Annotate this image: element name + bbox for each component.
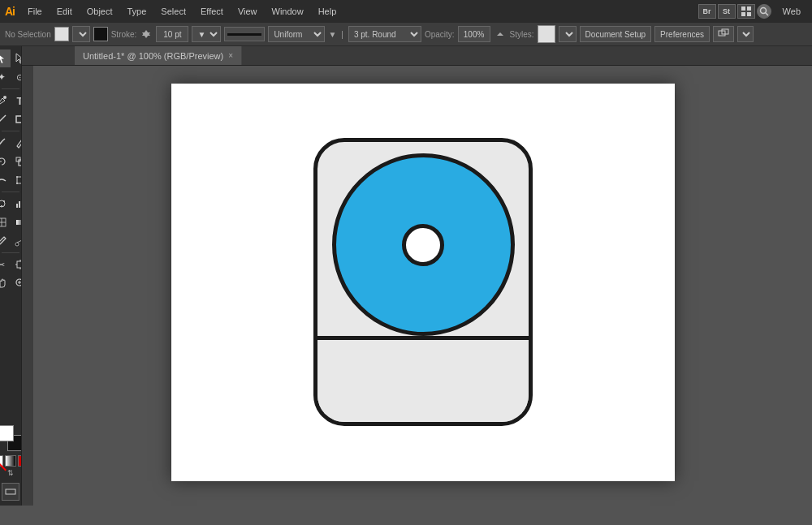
svg-marker-8 — [497, 32, 503, 36]
svg-rect-1 — [747, 6, 751, 11]
no-selection-label: No Selection — [5, 30, 51, 39]
stroke-label: Stroke: — [111, 30, 137, 39]
artboard-tool[interactable] — [11, 256, 23, 273]
opacity-input[interactable] — [458, 26, 490, 42]
styles-dropdown[interactable]: ▼ — [559, 26, 577, 42]
blend-tool[interactable] — [11, 232, 23, 250]
svg-marker-11 — [0, 54, 4, 63]
left-toolbox: ✦ ⊙ T — [0, 46, 22, 506]
svg-rect-0 — [741, 6, 745, 11]
stroke-style-dropdown[interactable]: Uniform — [268, 26, 325, 42]
svg-rect-36 — [16, 220, 23, 225]
disc-circle — [332, 153, 515, 336]
svg-point-28 — [1, 205, 2, 207]
disc-body — [313, 138, 533, 426]
stroke-swatch[interactable] — [93, 27, 108, 41]
arrange-button[interactable] — [713, 26, 734, 42]
direct-selection-tool[interactable] — [11, 49, 23, 67]
paintbrush-tool[interactable] — [0, 134, 11, 152]
svg-point-21 — [16, 176, 18, 178]
hand-tool[interactable] — [0, 274, 11, 292]
vertical-ruler — [22, 46, 34, 506]
svg-point-23 — [16, 183, 18, 184]
free-transform-tool[interactable] — [11, 171, 23, 189]
menu-object[interactable]: Object — [80, 5, 119, 18]
app-logo: Ai — [5, 5, 15, 18]
menu-view[interactable]: View — [231, 5, 264, 18]
opacity-arrow[interactable] — [494, 28, 507, 41]
disc-drawer — [317, 336, 529, 426]
stock-icon[interactable]: St — [718, 4, 736, 19]
document-setup-button[interactable]: Document Setup — [580, 26, 652, 42]
tab-close-button[interactable]: × — [228, 51, 233, 60]
pencil-tool[interactable] — [11, 134, 23, 152]
stroke-width-input[interactable] — [156, 26, 188, 42]
menu-file[interactable]: File — [21, 5, 49, 18]
type-tool[interactable]: T — [11, 92, 23, 110]
artboard-navigator[interactable] — [2, 483, 19, 501]
symbol-spray-tool[interactable] — [0, 195, 11, 213]
opacity-label: Opacity: — [425, 30, 455, 39]
styles-swatch[interactable] — [538, 25, 555, 43]
scale-tool[interactable] — [11, 153, 23, 170]
magic-wand-tool[interactable]: ✦ — [0, 68, 11, 86]
svg-line-5 — [765, 12, 768, 15]
tab-bar: Untitled-1* @ 100% (RGB/Preview) × — [22, 46, 812, 66]
svg-point-37 — [15, 243, 19, 246]
control-toolbar: No Selection ▼ Stroke: ▼ Uniform ▼ | 3 p… — [0, 22, 812, 46]
workspace-switcher[interactable] — [737, 4, 755, 19]
main-area: ✦ ⊙ T — [0, 46, 812, 506]
svg-line-14 — [0, 115, 6, 123]
variable-width-icon: | — [341, 30, 343, 39]
menu-edit[interactable]: Edit — [50, 5, 79, 18]
line-segment-tool[interactable] — [0, 110, 11, 128]
document-tab[interactable]: Untitled-1* @ 100% (RGB/Preview) × — [75, 46, 242, 65]
pen-tool[interactable] — [0, 92, 11, 110]
foreground-color-swatch[interactable] — [0, 425, 14, 441]
menu-select[interactable]: Select — [154, 5, 192, 18]
arrange-dropdown[interactable]: ▼ — [737, 26, 754, 42]
fill-dropdown[interactable]: ▼ — [72, 26, 90, 42]
mesh-tool[interactable] — [0, 213, 11, 231]
fill-swatch[interactable] — [54, 27, 69, 41]
preferences-button[interactable]: Preferences — [654, 26, 710, 42]
svg-rect-2 — [741, 12, 745, 16]
stroke-line-preview[interactable] — [224, 27, 265, 41]
svg-rect-48 — [6, 489, 15, 494]
svg-point-13 — [3, 96, 6, 99]
bridge-icon[interactable]: Br — [698, 4, 716, 19]
gradient-tool[interactable] — [11, 213, 23, 231]
svg-rect-15 — [16, 116, 23, 123]
selection-tool[interactable] — [0, 49, 11, 67]
eyedropper-tool[interactable] — [0, 232, 11, 250]
search-button[interactable] — [757, 4, 771, 19]
zoom-tool[interactable] — [11, 274, 23, 292]
menu-type[interactable]: Type — [121, 5, 153, 18]
menu-window[interactable]: Window — [266, 5, 310, 18]
tab-title: Untitled-1* @ 100% (RGB/Preview) — [83, 51, 223, 61]
lasso-tool[interactable]: ⊙ — [11, 68, 23, 86]
svg-marker-12 — [16, 54, 23, 63]
disc-top-area — [317, 142, 529, 336]
color-swatch-area: ⇅ — [0, 425, 22, 506]
canvas-area — [22, 46, 812, 506]
rectangle-tool[interactable] — [11, 110, 23, 128]
svg-rect-29 — [16, 204, 18, 208]
rotate-tool[interactable] — [0, 153, 11, 170]
styles-label: Styles: — [510, 30, 534, 39]
stroke-type-dropdown[interactable]: ▼ — [192, 26, 221, 42]
none-swatch[interactable] — [0, 455, 3, 467]
menu-effect[interactable]: Effect — [194, 5, 230, 18]
swap-arrows[interactable]: ⇅ — [7, 469, 14, 477]
svg-point-4 — [760, 7, 766, 13]
column-graph-tool[interactable] — [11, 195, 23, 213]
brush-dropdown[interactable]: 3 pt. Round — [348, 26, 421, 42]
menu-help[interactable]: Help — [312, 5, 343, 18]
gradient-swatch[interactable] — [5, 455, 16, 467]
artboard — [171, 84, 675, 481]
web-label: Web — [776, 5, 807, 18]
scissors-tool[interactable]: ✂ — [0, 256, 11, 273]
stroke-up-arrow[interactable] — [140, 28, 153, 41]
warp-tool[interactable] — [0, 171, 11, 189]
svg-point-27 — [3, 200, 5, 202]
